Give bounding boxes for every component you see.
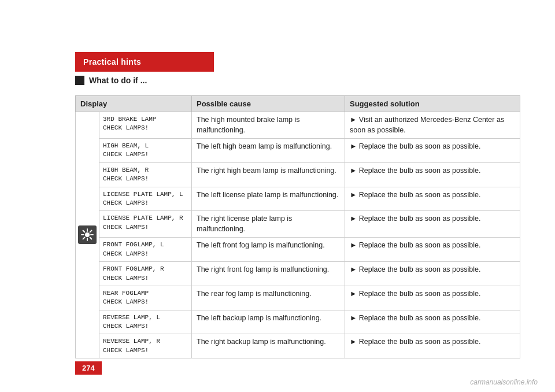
solution-cell: ► Replace the bulb as soon as possible. [345, 286, 520, 310]
cause-cell: The left license plate lamp is malfuncti… [192, 187, 345, 211]
svg-line-7 [90, 231, 92, 232]
solution-cell: ► Replace the bulb as soon as possible. [345, 187, 520, 211]
cause-cell: The left backup lamp is malfunctioning. [192, 310, 345, 334]
cause-cell: The high mounted brake lamp is malfuncti… [192, 112, 345, 139]
solution-cell: ► Replace the bulb as soon as possible. [345, 262, 520, 286]
solution-cell: ► Replace the bulb as soon as possible. [345, 162, 520, 187]
display-text-cell: REAR FOGLAMP CHECK LAMPS! [99, 286, 192, 310]
table-row: HIGH BEAM, R CHECK LAMPS!The right high … [76, 162, 520, 187]
solution-cell: ► Replace the bulb as soon as possible. [345, 310, 520, 334]
section-title: Practical hints [83, 57, 141, 66]
table-row: LICENSE PLATE LAMP, L CHECK LAMPS!The le… [76, 187, 520, 211]
table-row: HIGH BEAM, L CHECK LAMPS!The left high b… [76, 139, 520, 163]
solution-cell: ► Replace the bulb as soon as possible. [345, 211, 520, 238]
hints-table-final: DisplayPossible causeSuggested solution … [75, 95, 520, 358]
display-text-cell: HIGH BEAM, L CHECK LAMPS! [99, 139, 192, 163]
solution-cell: ► Replace the bulb as soon as possible. [345, 139, 520, 163]
svg-point-0 [85, 232, 90, 237]
subsection-title: What to do if ... [89, 76, 147, 85]
page-number: 274 [75, 361, 102, 375]
solution-cell: ► Visit an authorized Mercedes-Benz Cent… [345, 112, 520, 139]
display-text-cell: HIGH BEAM, R CHECK LAMPS! [99, 162, 192, 187]
col-header-solution: Suggested solution [345, 96, 520, 112]
cause-cell: The right license plate lamp is malfunct… [192, 211, 345, 238]
svg-line-8 [83, 238, 85, 239]
display-text-cell: FRONT FOGLAMP, R CHECK LAMPS! [99, 262, 192, 286]
cause-cell: The right front fog lamp is malfunctioni… [192, 262, 345, 286]
display-text-cell: 3RD BRAKE LAMP CHECK LAMPS! [99, 112, 192, 139]
svg-line-5 [83, 231, 85, 232]
table-container: DisplayPossible causeSuggested solution … [75, 95, 520, 358]
table-row: REVERSE LAMP, L CHECK LAMPS!The left bac… [76, 310, 520, 334]
main-table-wrapper: DisplayPossible causeSuggested solution … [75, 95, 520, 334]
table-row: 3RD BRAKE LAMP CHECK LAMPS!The high moun… [76, 112, 520, 139]
cause-cell: The right high beam lamp is malfunctioni… [192, 162, 345, 187]
page-wrapper: Practical hints What to do if ... Displa… [0, 0, 555, 392]
display-text-cell: LICENSE PLATE LAMP, R CHECK LAMPS! [99, 211, 192, 238]
svg-line-6 [90, 238, 92, 239]
table-row: REVERSE LAMP, R CHECK LAMPS!The right ba… [76, 334, 520, 358]
watermark: carmanualsonline.info [470, 378, 538, 386]
col-header-cause: Possible cause [192, 96, 345, 112]
cause-cell: The right backup lamp is malfunctioning. [192, 334, 345, 358]
table-row: REAR FOGLAMP CHECK LAMPS!The rear fog la… [76, 286, 520, 310]
subsection-header: What to do if ... [75, 76, 147, 85]
table-row: FRONT FOGLAMP, R CHECK LAMPS!The right f… [76, 262, 520, 286]
icon-cell [76, 112, 99, 358]
black-square-accent [75, 76, 84, 85]
cause-cell: The left high beam lamp is malfunctionin… [192, 139, 345, 163]
display-text-cell: REVERSE LAMP, L CHECK LAMPS! [99, 310, 192, 334]
section-header: Practical hints [75, 52, 214, 72]
cause-cell: The rear fog lamp is malfunctioning. [192, 286, 345, 310]
display-text-cell: LICENSE PLATE LAMP, L CHECK LAMPS! [99, 187, 192, 211]
table-row: FRONT FOGLAMP, L CHECK LAMPS!The left fr… [76, 238, 520, 262]
col-header-display: Display [76, 96, 192, 112]
display-text-cell: FRONT FOGLAMP, L CHECK LAMPS! [99, 238, 192, 262]
solution-cell: ► Replace the bulb as soon as possible. [345, 334, 520, 358]
display-text-cell: REVERSE LAMP, R CHECK LAMPS! [99, 334, 192, 358]
cause-cell: The left front fog lamp is malfunctionin… [192, 238, 345, 262]
table-row: LICENSE PLATE LAMP, R CHECK LAMPS!The ri… [76, 211, 520, 238]
solution-cell: ► Replace the bulb as soon as possible. [345, 238, 520, 262]
